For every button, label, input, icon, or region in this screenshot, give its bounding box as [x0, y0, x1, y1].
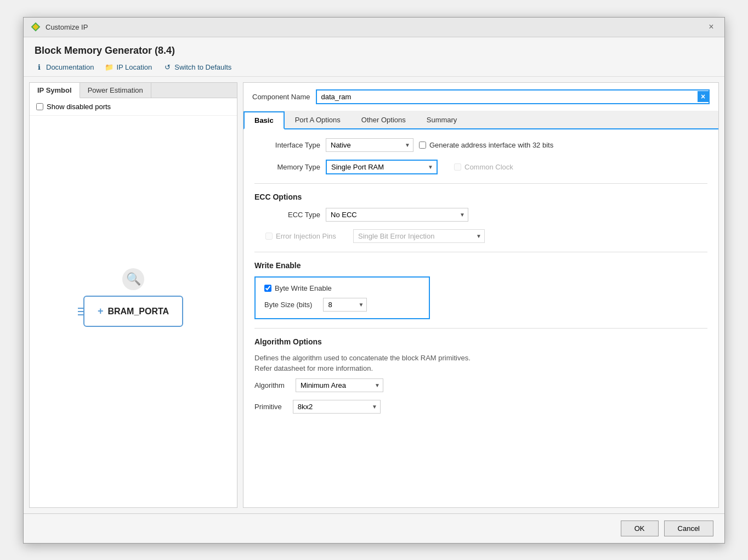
interface-type-select[interactable]: Native AXI4 [326, 138, 413, 152]
ecc-type-select-wrapper: No ECC Hamming SEC/DED [326, 208, 468, 222]
algorithm-label: Algorithm [254, 381, 285, 389]
documentation-button[interactable]: ℹ Documentation [35, 63, 94, 72]
byte-write-enable-checkbox-item: Byte Write Enable [264, 284, 332, 292]
component-name-input[interactable] [317, 90, 698, 103]
bram-line-1 [78, 308, 83, 309]
interface-type-label: Interface Type [254, 141, 320, 149]
bottom-bar: OK Cancel [24, 513, 724, 543]
error-injection-label: Error Injection Pins [276, 232, 336, 240]
content-area: IP Symbol Power Estimation Show disabled… [24, 77, 724, 513]
ecc-type-select[interactable]: No ECC Hamming SEC/DED [326, 208, 468, 222]
clear-input-button[interactable]: × [698, 91, 709, 102]
write-enable-box: Byte Write Enable Byte Size (bits) 8 9 [254, 276, 430, 319]
error-injection-select-wrapper: Single Bit Error Injection Double Bit Er… [353, 229, 485, 243]
primitive-row: Primitive 8kx2 16kx1 32kx1 [254, 400, 707, 414]
common-clock-label: Common Clock [464, 163, 513, 171]
bram-line-2 [78, 311, 83, 312]
left-panel-inner: 🔍 + BRAM_PORTA [30, 116, 237, 507]
algorithm-select-wrapper: Minimum Area Low Power Fixed Primitives [296, 378, 383, 392]
error-injection-checkbox[interactable] [265, 233, 273, 240]
bram-label: BRAM_PORTA [107, 307, 169, 316]
tab-port-a[interactable]: Port A Options [285, 111, 351, 128]
main-title: Block Memory Generator (8.4) [35, 45, 713, 56]
common-clock-checkbox-item: Common Clock [454, 163, 513, 171]
main-window: Customize IP × Block Memory Generator (8… [23, 17, 725, 544]
location-icon: 📁 [105, 63, 114, 72]
bram-plus-icon: + [98, 306, 104, 317]
algorithm-desc: Defines the algorithm used to concatenat… [254, 353, 707, 374]
tabs-row: Basic Port A Options Other Options Summa… [243, 111, 718, 129]
ecc-type-row: ECC Type No ECC Hamming SEC/DED [254, 208, 707, 222]
memory-type-select-wrapper: Single Port RAM Simple Dual Port RAM Tru… [326, 160, 438, 174]
algorithm-select[interactable]: Minimum Area Low Power Fixed Primitives [296, 378, 383, 392]
component-name-row: Component Name × [243, 83, 718, 111]
window-title: Customize IP [46, 23, 88, 31]
algorithm-desc-line1: Defines the algorithm used to concatenat… [254, 353, 707, 364]
close-button[interactable]: × [705, 20, 718, 33]
component-name-label: Component Name [252, 93, 310, 101]
algorithm-row: Algorithm Minimum Area Low Power Fixed P… [254, 378, 707, 392]
bram-line-3 [78, 314, 83, 315]
write-enable-section-title: Write Enable [254, 261, 707, 270]
documentation-label: Documentation [46, 63, 94, 71]
tab-power-estimation[interactable]: Power Estimation [80, 83, 151, 98]
ecc-section-title: ECC Options [254, 193, 707, 201]
search-overlay: 🔍 [122, 268, 144, 290]
form-content: Interface Type Native AXI4 Generate addr… [243, 129, 718, 507]
byte-size-row: Byte Size (bits) 8 9 [264, 298, 420, 312]
switch-defaults-label: Switch to Defaults [174, 63, 231, 71]
ecc-type-label: ECC Type [254, 211, 320, 219]
memory-type-label: Memory Type [254, 163, 320, 171]
interface-type-row: Interface Type Native AXI4 Generate addr… [254, 138, 707, 152]
bram-symbol: + BRAM_PORTA [83, 296, 183, 327]
byte-write-enable-label: Byte Write Enable [275, 284, 332, 292]
gen-address-checkbox[interactable] [419, 142, 426, 149]
title-bar-left: Customize IP [30, 21, 88, 32]
primitive-select[interactable]: 8kx2 16kx1 32kx1 [293, 400, 381, 414]
primitive-label: Primitive [254, 403, 282, 411]
byte-size-label: Byte Size (bits) [264, 301, 312, 309]
error-injection-checkbox-item: Error Injection Pins [265, 232, 348, 240]
error-injection-row: Error Injection Pins Single Bit Error In… [265, 229, 707, 243]
left-panel-options: Show disabled ports [30, 98, 237, 116]
tab-basic[interactable]: Basic [243, 111, 285, 129]
info-icon: ℹ [35, 63, 43, 72]
memory-type-select[interactable]: Single Port RAM Simple Dual Port RAM Tru… [327, 161, 437, 173]
algorithm-desc-line2: Refer datasheet for more information. [254, 363, 707, 374]
title-bar: Customize IP × [24, 18, 724, 37]
window-body: Block Memory Generator (8.4) ℹ Documenta… [24, 37, 724, 543]
memory-type-row: Memory Type Single Port RAM Simple Dual … [254, 160, 707, 174]
show-disabled-ports-checkbox[interactable] [36, 103, 43, 110]
tab-summary[interactable]: Summary [416, 111, 468, 128]
gen-address-checkbox-item: Generate address interface with 32 bits [419, 141, 553, 149]
ip-location-label: IP Location [116, 63, 152, 71]
error-injection-select[interactable]: Single Bit Error Injection Double Bit Er… [353, 229, 485, 243]
divider-1 [254, 183, 707, 184]
interface-type-select-wrapper: Native AXI4 [326, 138, 413, 152]
component-name-input-wrapper: × [316, 89, 710, 104]
right-panel: Component Name × Basic Port A Options Ot… [243, 82, 719, 508]
show-disabled-ports-label: Show disabled ports [47, 103, 111, 111]
ok-button[interactable]: OK [621, 521, 659, 536]
common-clock-checkbox[interactable] [454, 163, 461, 171]
toolbar: ℹ Documentation 📁 IP Location ↺ Switch t… [35, 63, 713, 72]
refresh-icon: ↺ [163, 63, 172, 72]
primitive-select-wrapper: 8kx2 16kx1 32kx1 [293, 400, 381, 414]
ip-location-button[interactable]: 📁 IP Location [105, 63, 152, 72]
byte-size-select-wrapper: 8 9 [323, 298, 367, 312]
divider-2 [254, 252, 707, 252]
tab-ip-symbol[interactable]: IP Symbol [30, 83, 80, 98]
divider-3 [254, 328, 707, 329]
bram-left-lines [78, 308, 83, 315]
switch-defaults-button[interactable]: ↺ Switch to Defaults [163, 63, 231, 72]
header-section: Block Memory Generator (8.4) ℹ Documenta… [24, 37, 724, 77]
cancel-button[interactable]: Cancel [664, 521, 713, 536]
byte-write-enable-checkbox[interactable] [264, 285, 271, 292]
left-panel-tabs: IP Symbol Power Estimation [30, 83, 237, 98]
left-panel: IP Symbol Power Estimation Show disabled… [29, 82, 237, 508]
byte-size-select[interactable]: 8 9 [323, 298, 367, 312]
gen-address-label: Generate address interface with 32 bits [429, 141, 553, 149]
tab-other-options[interactable]: Other Options [351, 111, 416, 128]
app-icon [30, 21, 41, 32]
algorithm-section-title: Algorithm Options [254, 337, 707, 346]
